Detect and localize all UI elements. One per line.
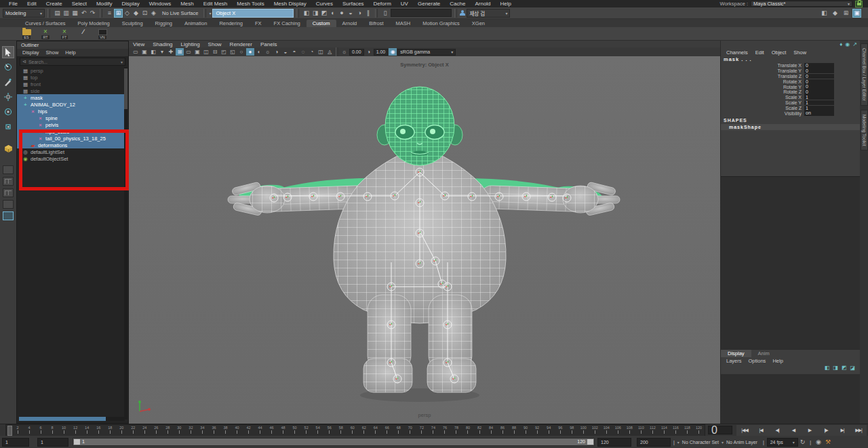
prev-key-button[interactable]: |◀ (753, 425, 769, 436)
shelf-item-es[interactable]: ES (19, 28, 34, 40)
attribute-value-field[interactable]: 0 (804, 89, 834, 95)
undo-icon[interactable]: ↶ (79, 9, 88, 18)
ipr-render-icon[interactable]: ◨ (311, 9, 319, 18)
play-forwards-button[interactable]: ▶ (802, 425, 818, 436)
menu-item[interactable]: Deform (369, 1, 396, 7)
range-slider-track[interactable]: 1 120 (73, 438, 595, 446)
menu-item[interactable]: Cache (445, 1, 470, 7)
menu-item[interactable]: Mesh (176, 1, 199, 7)
menu-item[interactable]: Show (793, 49, 806, 56)
shelf-item-brush[interactable]: ∕ (76, 28, 91, 40)
current-frame-field[interactable]: 0 (708, 426, 732, 434)
camera-attributes-icon[interactable]: ◧ (149, 48, 157, 56)
go-to-start-button[interactable]: |◀◀ (736, 425, 753, 436)
shelf-item-vn[interactable]: VN (95, 28, 110, 40)
toon-icon[interactable]: ◑ (355, 9, 363, 18)
menu-item[interactable]: Edit (22, 1, 41, 7)
defaultObjectSet[interactable]: defaultObjectSet (17, 155, 124, 162)
menu-item[interactable]: Object (772, 49, 787, 56)
ANIMAL_BODY_12[interactable]: ANIMAL_BODY_12 (17, 101, 124, 108)
exposure-icon[interactable]: ☼ (340, 48, 349, 56)
select-by-hierarchy-icon[interactable]: ≡ (105, 9, 114, 18)
layer-editor-tab[interactable]: Display (721, 350, 751, 357)
input-field[interactable] (391, 9, 452, 17)
attribute-value-field[interactable]: 0 (804, 74, 834, 79)
character-set-dropdown[interactable]: No Character Set (679, 440, 722, 445)
new-scene-icon[interactable]: ▤ (53, 9, 62, 18)
shelf-tab[interactable]: FX (249, 20, 268, 27)
redo-icon[interactable]: ↷ (88, 9, 97, 18)
menu-item[interactable]: View (133, 41, 144, 47)
shelf-tab[interactable]: Motion Graphics (416, 20, 466, 27)
attribute-value-field[interactable]: 1 (804, 100, 834, 106)
menu-item[interactable]: Options (749, 358, 766, 364)
open-scene-icon[interactable]: ▥ (62, 9, 71, 18)
animation-start-field[interactable]: 1 (2, 438, 29, 447)
shelf-tab[interactable]: Rigging (149, 20, 178, 27)
play-backwards-button[interactable]: ◀ (785, 425, 802, 436)
symmetry-field[interactable]: Object X (212, 9, 294, 18)
attribute-value-field[interactable]: 1 (804, 106, 834, 111)
menu-item[interactable]: Layers (726, 358, 742, 364)
gamma-field[interactable]: 1.00 (374, 49, 389, 56)
textured-icon[interactable]: ◐ (255, 48, 263, 56)
hips[interactable]: hips (17, 108, 124, 115)
film-gate-icon[interactable]: ▭ (184, 48, 193, 56)
menu-item[interactable]: Renderer (230, 41, 252, 47)
snap-to-grid-icon[interactable]: ⊞ (114, 9, 123, 18)
shelf-tab[interactable]: MASH (390, 20, 417, 27)
playback-end-field[interactable]: 120 (597, 438, 631, 447)
paint-select-tool[interactable] (2, 76, 14, 88)
last-tool-icon[interactable] (2, 142, 14, 155)
shelf-tab[interactable]: Curves / Surfaces (19, 20, 72, 27)
layer-editor-tab[interactable]: Anim (751, 350, 776, 357)
mask[interactable]: mask (17, 94, 124, 101)
color-space-dropdown[interactable]: sRGB gamma ▾ (397, 49, 456, 56)
move-layer-up-icon[interactable]: ◩ (842, 365, 847, 373)
shelf-tab[interactable]: Sculpting (116, 20, 149, 27)
render-settings-icon[interactable]: ◩ (319, 9, 328, 18)
texture-bake-icon[interactable]: ◒ (346, 9, 355, 18)
isolate-select-icon[interactable]: ◔ (308, 48, 316, 56)
shelf-tab[interactable]: XGen (466, 20, 491, 27)
tail_00_physics_13_18_25[interactable]: tail_00_physics_13_18_25 (17, 135, 124, 142)
snap-to-point-icon[interactable]: ◆ (132, 9, 140, 18)
shelf-tab[interactable]: Bifrost (363, 20, 389, 27)
outliner-horizontal-scrollbar[interactable] (19, 417, 125, 421)
menu-item[interactable]: Generate (413, 1, 445, 7)
top[interactable]: top (17, 74, 124, 81)
highlighted-panel-icon[interactable]: ▣ (852, 9, 861, 18)
viewport-canvas[interactable]: Symmetry: Object X (129, 56, 720, 424)
select-tool[interactable] (2, 46, 14, 58)
field-chart-icon[interactable]: ⊟ (211, 48, 219, 56)
xray-icon[interactable]: ◫ (317, 48, 325, 56)
save-scene-icon[interactable]: ▦ (71, 9, 79, 18)
menu-item[interactable]: Show (46, 49, 59, 56)
next-key-button[interactable]: ▶| (834, 425, 850, 436)
shape-name-row[interactable]: maskShape (721, 124, 860, 130)
image-plane-icon[interactable]: ✚ (167, 48, 175, 56)
render-view-icon[interactable]: ◐ (328, 9, 337, 18)
menu-item[interactable]: Surfaces (338, 1, 369, 7)
arnold-render-icon[interactable]: ● (337, 9, 346, 18)
fps-dropdown[interactable]: 24 fps ▾ (767, 438, 798, 447)
safe-action-icon[interactable]: ◰ (220, 48, 228, 56)
single-pane-layout-button[interactable] (3, 165, 14, 174)
anim-curve-icon[interactable]: ◉ (845, 41, 850, 49)
pane-outliner-layout-button[interactable] (3, 200, 14, 209)
auto-key-icon[interactable]: ◉ (814, 439, 823, 445)
outliner-search[interactable]: ⊲ Search... ▾ (20, 58, 125, 66)
key-icon[interactable]: ♦ (840, 41, 842, 49)
deformations[interactable]: deformations (17, 142, 124, 148)
gate-mask-icon[interactable]: ◫ (202, 48, 210, 56)
scale-tool[interactable] (2, 121, 14, 133)
annotation-dropdown[interactable]: 재상 검 ▾ (467, 9, 510, 18)
loop-mode-icon[interactable]: ↻ (798, 439, 808, 445)
tab-modeling-toolkit[interactable]: Modeling Toolkit (861, 110, 868, 151)
front[interactable]: front (17, 81, 124, 87)
four-pane-layout-button[interactable] (3, 177, 14, 186)
menu-item[interactable]: Create (41, 1, 67, 7)
menu-item[interactable]: Display (117, 1, 144, 7)
graph-icon[interactable]: ↗ (852, 41, 857, 49)
attribute-value-field[interactable]: 0 (804, 79, 834, 85)
